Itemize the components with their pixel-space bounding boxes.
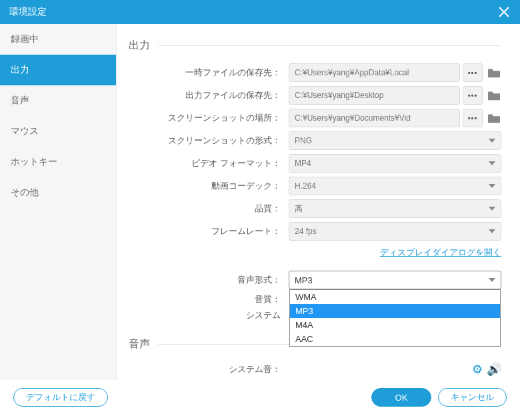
gear-icon[interactable]: ⚙ xyxy=(472,362,483,377)
folder-icon[interactable] xyxy=(487,89,501,101)
sidebar-item-recording[interactable]: 録画中 xyxy=(0,24,116,55)
row-video-format: ビデオ フォーマット： MP4 xyxy=(129,154,501,173)
dialog-body: 録画中 出力 音声 マウス ホットキー その他 出力 一時ファイルの保存先： C… xyxy=(0,24,520,380)
row-framerate: フレームレート： 24 fps xyxy=(129,222,501,241)
row-system-sound: システム音： ⚙ 🔊 xyxy=(129,362,501,377)
browse-button[interactable]: ••• xyxy=(463,63,483,82)
dropdown-item-mp3[interactable]: MP3 xyxy=(290,304,500,318)
temp-path-field[interactable]: C:¥Users¥yang¥AppData¥Local xyxy=(289,63,460,82)
row-temp-path: 一時ファイルの保存先： C:¥Users¥yang¥AppData¥Local … xyxy=(129,63,501,82)
titlebar: 環境設定 xyxy=(0,0,520,24)
select-value: H.264 xyxy=(295,181,316,191)
chevron-down-icon xyxy=(489,139,495,143)
label-video-codec: 動画コーデック： xyxy=(129,180,289,192)
label-audio-quality: 音質： xyxy=(129,293,289,305)
speaker-icons[interactable]: ⚙ 🔊 xyxy=(472,362,501,377)
audio-format-dropdown: WMA MP3 M4A AAC xyxy=(289,289,501,347)
screenshot-format-select[interactable]: PNG xyxy=(289,131,501,150)
select-value: 高 xyxy=(295,203,303,215)
select-value: 24 fps xyxy=(295,227,317,236)
dropdown-item-m4a[interactable]: M4A xyxy=(290,318,500,332)
output-path-field[interactable]: C:¥Users¥yang¥Desktop xyxy=(289,86,460,105)
label-output-path: 出力ファイルの保存先： xyxy=(129,89,289,101)
display-dialog-link[interactable]: ディスプレイダイアログを開く xyxy=(380,247,501,257)
folder-icon[interactable] xyxy=(487,67,501,79)
label-screenshot-path: スクリーンショットの場所： xyxy=(129,112,289,124)
footer: デフォルトに戻す OK キャンセル xyxy=(0,380,520,415)
sidebar-item-other[interactable]: その他 xyxy=(0,177,116,208)
link-row: ディスプレイダイアログを開く xyxy=(129,246,501,259)
folder-icon[interactable] xyxy=(487,112,501,124)
select-value: MP4 xyxy=(295,159,311,168)
row-audio-format: 音声形式： MP3 WMA MP3 M4A AAC xyxy=(129,271,501,289)
chevron-down-icon xyxy=(489,161,495,165)
chevron-down-icon xyxy=(489,278,495,282)
speaker-icon[interactable]: 🔊 xyxy=(487,362,501,377)
sidebar-item-output[interactable]: 出力 xyxy=(0,55,116,85)
window-title: 環境設定 xyxy=(9,6,47,18)
video-format-select[interactable]: MP4 xyxy=(289,154,501,173)
section-title-label: 出力 xyxy=(129,39,150,53)
audio-format-select[interactable]: MP3 WMA MP3 M4A AAC xyxy=(289,271,501,289)
label-video-format: ビデオ フォーマット： xyxy=(129,157,289,169)
browse-button[interactable]: ••• xyxy=(463,109,483,127)
sidebar: 録画中 出力 音声 マウス ホットキー その他 xyxy=(0,24,117,380)
ok-button[interactable]: OK xyxy=(371,388,431,407)
framerate-select[interactable]: 24 fps xyxy=(289,222,501,241)
video-codec-select[interactable]: H.264 xyxy=(289,177,501,195)
dropdown-item-wma[interactable]: WMA xyxy=(290,290,500,304)
label-screenshot-format: スクリーンショットの形式： xyxy=(129,135,289,147)
reset-default-button[interactable]: デフォルトに戻す xyxy=(13,388,108,407)
select-value: PNG xyxy=(295,136,312,145)
label-quality: 品質： xyxy=(129,203,289,215)
browse-button[interactable]: ••• xyxy=(463,86,483,105)
chevron-down-icon xyxy=(489,229,495,233)
row-quality: 品質： 高 xyxy=(129,199,501,218)
label-temp-path: 一時ファイルの保存先： xyxy=(129,67,289,79)
chevron-down-icon xyxy=(489,207,495,211)
screenshot-path-field[interactable]: C:¥Users¥yang¥Documents¥Vid xyxy=(289,109,460,127)
label-system: システム xyxy=(129,309,289,321)
sidebar-item-audio[interactable]: 音声 xyxy=(0,85,116,116)
label-system-sound: システム音： xyxy=(129,363,289,375)
quality-select[interactable]: 高 xyxy=(289,199,501,218)
divider xyxy=(158,45,501,46)
cancel-button[interactable]: キャンセル xyxy=(438,388,507,407)
row-output-path: 出力ファイルの保存先： C:¥Users¥yang¥Desktop ••• xyxy=(129,86,501,105)
row-screenshot-format: スクリーンショットの形式： PNG xyxy=(129,131,501,150)
section-title-label: 音声 xyxy=(129,337,150,351)
sidebar-item-hotkey[interactable]: ホットキー xyxy=(0,147,116,177)
section-title-output: 出力 xyxy=(129,39,501,53)
row-screenshot-path: スクリーンショットの場所： C:¥Users¥yang¥Documents¥Vi… xyxy=(129,109,501,127)
sidebar-item-mouse[interactable]: マウス xyxy=(0,116,116,147)
dropdown-item-aac[interactable]: AAC xyxy=(290,332,500,346)
chevron-down-icon xyxy=(489,184,495,188)
content-panel: 出力 一時ファイルの保存先： C:¥Users¥yang¥AppData¥Loc… xyxy=(117,24,520,380)
label-framerate: フレームレート： xyxy=(129,225,289,237)
select-value: MP3 xyxy=(295,275,313,285)
label-audio-format: 音声形式： xyxy=(129,274,289,286)
close-icon[interactable] xyxy=(497,5,511,19)
row-video-codec: 動画コーデック： H.264 xyxy=(129,177,501,195)
